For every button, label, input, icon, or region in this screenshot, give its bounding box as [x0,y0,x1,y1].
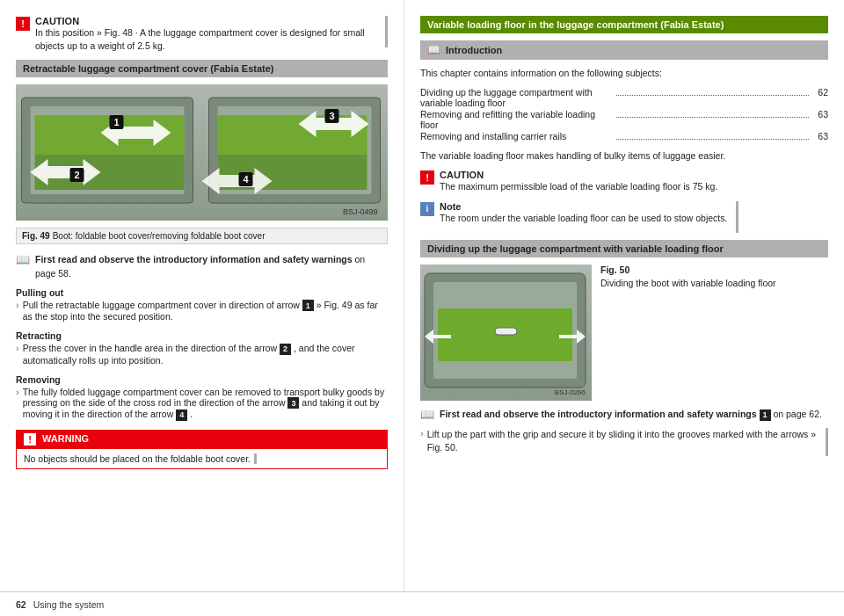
lift-arrow-sym: › [420,428,424,438]
book-icon: 📖 [16,253,30,266]
variable-header-label: Variable loading floor in the luggage co… [427,19,724,30]
fig49-svg: 1 2 3 4 BSJ-0499 [16,84,388,221]
toc-row-1: Dividing up the luggage compartment with… [420,87,828,108]
fig50-label: Fig. 50 [600,265,828,275]
badge-1: 1 [302,300,314,311]
right-intro-note-text: First read and observe the introductory … [440,408,822,421]
footer-label: Using the system [33,599,105,610]
fig50-image: BSJ-0296 [420,265,592,401]
badge-3: 3 [287,397,299,409]
warning-bar: ! WARNING [16,430,388,448]
toc-intro-text: This chapter contains information on the… [420,67,828,80]
intro-note-text: First read and observe the introductory … [35,253,388,279]
note-text: The room under the variable loading floo… [440,212,727,225]
arrow-sym-2: › [16,343,19,353]
right-caution-text: The maximum permissible load of the vari… [440,180,717,193]
toc-row-2: Removing and refitting the variable load… [420,109,828,130]
lift-right-mark [826,428,828,456]
svg-text:3: 3 [329,111,334,121]
caution-title: CAUTION [35,16,376,26]
warning-right-mark [254,453,257,464]
pulling-title: Pulling out [16,287,388,298]
arrow-sym-1: › [16,300,19,310]
removing-section: Removing › The fully folded luggage comp… [16,374,388,423]
right-column: Variable loading floor in the luggage co… [404,0,844,591]
intro-book-icon: 📖 [427,44,440,56]
svg-text:BSJ-0296: BSJ-0296 [555,388,586,396]
toc-row-3: Removing and installing carrier rails 63 [420,131,828,141]
retracting-text: Press the cover in the handle area in th… [23,343,388,366]
svg-text:2: 2 [74,170,79,180]
fig49-image: 1 2 3 4 BSJ-0499 [16,84,388,221]
note-right-mark [736,201,738,233]
fig50-caption-area: Fig. 50 Dividing the boot with variable … [600,265,828,290]
toc-label-3: Removing and installing carrier rails [420,131,613,141]
toc-dots-1 [616,95,809,96]
warning-title: WARNING [42,433,89,444]
right-caution-icon: ! [420,170,434,185]
fig50-caption: Dividing the boot with variable loading … [600,277,828,290]
svg-text:4: 4 [243,174,249,185]
top-caution: ! CAUTION In this position » Fig. 48 · A… [16,16,388,53]
removing-text: The fully folded luggage compartment cov… [23,387,388,421]
dividing-subheader-label: Dividing up the luggage compartment with… [427,243,724,254]
badge-2: 2 [280,344,291,355]
retractable-header-label: Retractable luggage compartment cover (F… [23,63,273,74]
intro-subheader: 📖 Introduction [420,40,828,60]
caution-text: In this position » Fig. 48 · A the lugga… [35,26,376,53]
lift-item: › Lift up the part with the grip and sec… [420,428,822,454]
retractable-section-header: Retractable luggage compartment cover (F… [16,60,388,77]
toc-label-2: Removing and refitting the variable load… [420,109,613,130]
toc-num-3: 63 [812,131,828,141]
right-book-icon: 📖 [420,408,434,421]
variable-text: The variable loading floor makes handlin… [420,149,828,163]
pulling-item: › Pull the retractable luggage compartme… [16,300,388,322]
svg-text:1: 1 [113,117,119,127]
pulling-text: Pull the retractable luggage compartment… [23,300,388,322]
fig50-row: BSJ-0296 Fig. 50 Dividing the boot with … [420,265,828,401]
removing-title: Removing [16,374,388,385]
toc-dots-3 [616,139,809,140]
pulling-section: Pulling out › Pull the retractable lugga… [16,287,388,324]
toc-label-1: Dividing up the luggage compartment with… [420,87,613,108]
retracting-item: › Press the cover in the handle area in … [16,343,388,366]
toc-num-1: 62 [812,87,828,98]
footer-page-num: 62 [16,599,26,610]
right-mark-caution [385,16,388,47]
note-icon: i [420,202,434,216]
fig49-caption-bar: Fig. 49 Boot: foldable boot cover/removi… [16,228,388,244]
left-column: ! CAUTION In this position » Fig. 48 · A… [0,0,404,591]
svg-text:BSJ-0499: BSJ-0499 [343,207,378,216]
intro-note-box: 📖 First read and observe the introductor… [16,253,388,279]
footer: 62 Using the system [0,591,844,616]
warning-block: ! WARNING No objects should be placed on… [16,430,388,469]
right-note: i Note The room under the variable loadi… [420,201,828,233]
toc-table: Dividing up the luggage compartment with… [420,87,828,142]
warning-icon: ! [23,432,37,446]
toc-num-2: 63 [812,109,828,120]
lift-text: Lift up the part with the grip and secur… [427,428,822,454]
fig50-svg: BSJ-0296 [420,265,592,401]
right-badge-1: 1 [760,409,771,421]
note-title: Note [440,201,727,212]
fig49-caption-text: Boot: foldable boot cover/removing folda… [53,231,266,241]
arrow-sym-3: › [16,387,19,397]
intro-subheader-label: Introduction [446,45,502,55]
toc-dots-2 [616,117,809,118]
svg-rect-24 [495,328,517,335]
right-caution-title: CAUTION [440,170,717,180]
retracting-title: Retracting [16,330,388,341]
removing-item: › The fully folded luggage compartment c… [16,387,388,421]
lift-row: › Lift up the part with the grip and sec… [420,428,828,456]
dividing-subheader: Dividing up the luggage compartment with… [420,240,828,257]
badge-4: 4 [176,409,187,421]
fig49-label: Fig. 49 [22,231,50,241]
retracting-section: Retracting › Press the cover in the hand… [16,330,388,367]
right-intro-note: 📖 First read and observe the introductor… [420,408,828,421]
caution-icon: ! [16,17,30,31]
warning-content: No objects should be placed on the folda… [16,448,388,469]
variable-section-header: Variable loading floor in the luggage co… [420,16,828,33]
warning-text: No objects should be placed on the folda… [24,453,251,464]
right-caution: ! CAUTION The maximum permissible load o… [420,170,828,193]
